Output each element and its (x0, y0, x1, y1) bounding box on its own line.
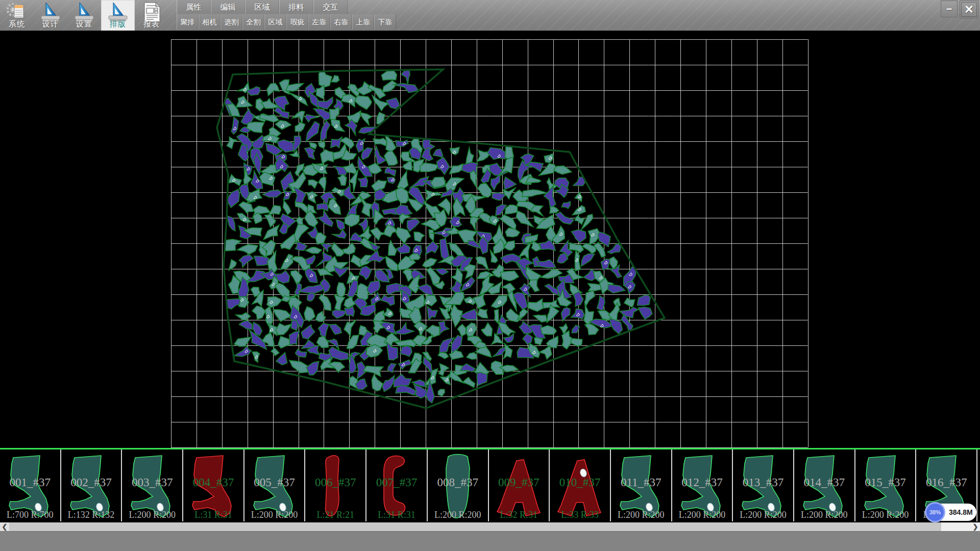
piece-thumbnail-10[interactable]: 010_#37L:33 R:33 (550, 449, 611, 521)
piece-lr-count-label: L:200 R:200 (244, 510, 305, 520)
piece-thumbnail-2[interactable]: 002_#37L:132 R:132 (61, 449, 122, 521)
piece-lr-count-label: L:132 R:132 (61, 510, 121, 520)
piece-thumbnail-17[interactable] (977, 449, 980, 521)
scrollbar-thumb[interactable] (9, 522, 941, 531)
piece-lr-count-label: L:200 R:200 (672, 510, 732, 520)
piece-thumbnail-11[interactable]: 011_#37L:200 R:200 (611, 449, 672, 521)
main-button-label: 系统 (0, 19, 34, 29)
main-button-4[interactable]: 排版 (101, 0, 135, 31)
piece-lr-count-label: L:700 R:700 (0, 510, 60, 520)
main-button-bar: 系统设计设置排版报表 (0, 0, 168, 31)
window-controls: − ✕ (941, 1, 978, 18)
piece-thumbnail-9[interactable]: 009_#37L:32 R:31 (489, 449, 550, 521)
piece-thumbnail-14[interactable]: 014_#37L:200 R:200 (794, 449, 855, 521)
piece-thumbnail-7[interactable]: 007_#37L:31 R:31 (366, 449, 428, 521)
piece-id-label: 015_#37 (855, 476, 916, 489)
tool-item-1[interactable]: 聚排 (177, 14, 199, 30)
piece-thumbnail-13[interactable]: 013_#37L:200 R:200 (733, 449, 794, 521)
menu-item-4[interactable]: 排料 (279, 0, 313, 14)
bottom-status-bar (0, 531, 980, 551)
piece-id-label: 004_#37 (183, 476, 243, 489)
minimize-button[interactable]: − (941, 1, 958, 17)
close-button[interactable]: ✕ (960, 1, 978, 18)
menu-item-1[interactable]: 属性 (177, 0, 211, 14)
piece-thumbnail-6[interactable]: 006_#37L:21 R:21 (305, 449, 366, 521)
piece-id-label: 002_#37 (61, 476, 121, 489)
tool-item-6[interactable]: 瑕疵 (286, 14, 308, 30)
piece-id-label: 010_#37 (550, 476, 610, 489)
tool-item-3[interactable]: 选割 (220, 14, 242, 30)
main-button-label: 报表 (135, 19, 168, 29)
piece-id-label: 006_#37 (305, 476, 365, 489)
piece-thumbnail-12[interactable]: 012_#37L:200 R:200 (672, 449, 733, 521)
piece-id-label: 008_#37 (428, 476, 488, 489)
piece-thumbnail-strip: 001_#37L:700 R:700002_#37L:132 R:132003_… (0, 448, 980, 521)
menu-item-2[interactable]: 编辑 (211, 0, 245, 14)
main-button-3[interactable]: 设置 (67, 0, 101, 31)
tool-item-10[interactable]: 下靠 (374, 14, 396, 30)
memory-usage-badge[interactable]: 38% 384.8M (925, 504, 976, 521)
horizontal-scrollbar[interactable]: ❮ ❯ (0, 522, 980, 531)
application-window: 系统设计设置排版报表 属性编辑区域排料交互 聚排相机选割全割区域瑕疵左靠右靠上靠… (0, 0, 980, 551)
piece-thumbnail-3[interactable]: 003_#37L:200 R:200 (122, 449, 183, 521)
piece-lr-count-label: L:200 R:200 (794, 510, 854, 520)
piece-id-label: 012_#37 (672, 476, 732, 489)
piece-id-label: 011_#37 (611, 476, 671, 489)
piece-lr-count-label: L:32 R:31 (489, 510, 549, 520)
piece-id-label: 013_#37 (733, 476, 793, 489)
titlebar: 系统设计设置排版报表 属性编辑区域排料交互 聚排相机选割全割区域瑕疵左靠右靠上靠… (0, 0, 980, 31)
menu-item-5[interactable]: 交互 (313, 0, 348, 14)
main-button-label: 设计 (34, 19, 67, 29)
tool-item-2[interactable]: 相机 (199, 14, 220, 30)
tool-item-8[interactable]: 右靠 (330, 14, 352, 30)
piece-id-label: 014_#37 (794, 476, 854, 489)
piece-thumbnail-4[interactable]: 004_#37L:31 R:31 (183, 449, 244, 521)
main-button-label: 设置 (67, 19, 101, 29)
main-button-5[interactable]: 报表 (135, 0, 168, 31)
piece-id-label: 005_#37 (244, 476, 305, 489)
main-button-label: 排版 (101, 19, 135, 29)
piece-id-label: 009_#37 (489, 476, 549, 489)
main-button-1[interactable]: 系统 (0, 0, 34, 31)
main-button-2[interactable]: 设计 (34, 0, 67, 31)
memory-value-label: 384.8M (949, 504, 973, 521)
piece-thumbnail-1[interactable]: 001_#37L:700 R:700 (0, 449, 61, 521)
tool-item-9[interactable]: 上靠 (352, 14, 374, 30)
piece-lr-count-label: L:200 R:200 (122, 510, 182, 520)
piece-lr-count-label: L:33 R:33 (550, 510, 610, 520)
piece-id-label: 003_#37 (122, 476, 182, 489)
tool-item-4[interactable]: 全割 (242, 14, 264, 30)
piece-lr-count-label: L:200 R:200 (611, 510, 671, 520)
piece-id-label: 007_#37 (366, 476, 427, 489)
piece-thumbnail-8[interactable]: 008_#37L:200 R:200 (428, 449, 489, 521)
piece-id-label: 001_#37 (0, 476, 60, 489)
progress-percent-circle: 38% (925, 502, 945, 522)
tool-bar: 聚排相机选割全割区域瑕疵左靠右靠上靠下靠 (177, 14, 396, 30)
piece-lr-count-label: L:200 R:200 (855, 510, 916, 520)
piece-lr-count-label: L:21 R:21 (305, 510, 365, 520)
scroll-left-icon[interactable]: ❮ (0, 522, 9, 531)
piece-lr-count-label: L:200 R:200 (428, 510, 488, 520)
piece-thumbnail-15[interactable]: 015_#37L:200 R:200 (855, 449, 917, 521)
piece-thumbnail-5[interactable]: 005_#37L:200 R:200 (244, 449, 306, 521)
piece-id-label: 016_#37 (916, 476, 976, 489)
piece-lr-count-label: L:200 R:200 (733, 510, 793, 520)
tool-item-5[interactable]: 区域 (264, 14, 286, 30)
menu-item-3[interactable]: 区域 (245, 0, 279, 14)
nesting-canvas[interactable] (0, 31, 980, 448)
menu-bar: 属性编辑区域排料交互 (177, 0, 348, 14)
piece-lr-count-label: L:31 R:31 (366, 510, 427, 520)
scroll-right-icon[interactable]: ❯ (971, 522, 980, 531)
tool-item-7[interactable]: 左靠 (308, 14, 330, 30)
piece-lr-count-label: L:31 R:31 (183, 510, 243, 520)
